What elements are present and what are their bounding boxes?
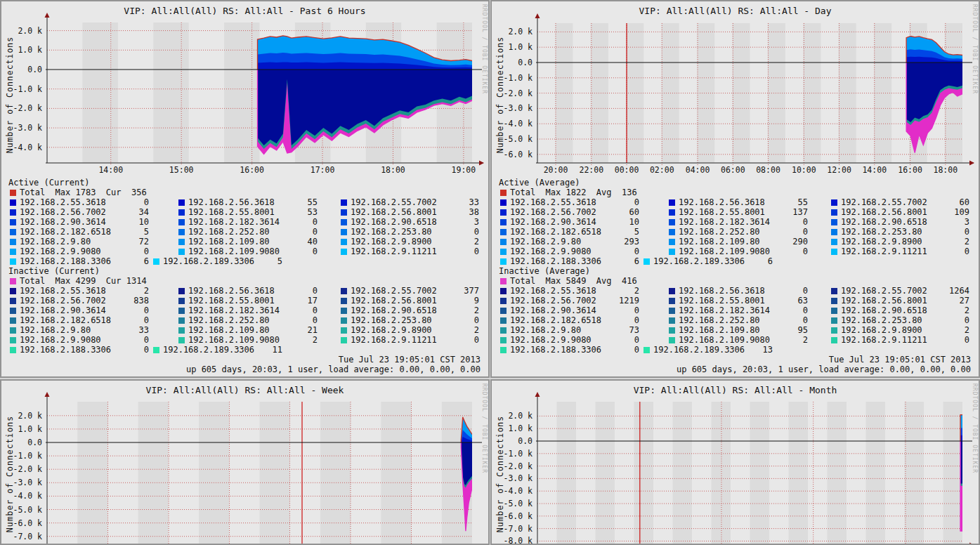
legend-entry: 192.168.2.55.7002377 — [341, 286, 479, 296]
legend-swatch-icon — [831, 219, 837, 225]
legend-entry: 192.168.2.55.800153 — [178, 207, 318, 217]
panel-past-6-hours: VIP: All:All(All) RS: All:All - Past 6 H… — [0, 0, 490, 378]
legend-entry-value: 0 — [803, 227, 808, 237]
legend-entry-ip: 192.168.2.9.8900 — [841, 325, 965, 335]
legend-entry-value: 10 — [139, 217, 149, 227]
legend-entry: 192.168.2.9.90800 — [500, 335, 639, 345]
chart-legend — [492, 381, 979, 545]
legend-entry: 192.168.2.109.80290 — [669, 237, 808, 247]
legend-swatch-icon — [500, 317, 507, 324]
legend-entry-value: 0 — [474, 335, 479, 345]
legend-swatch-icon — [669, 288, 675, 294]
legend-swatch-icon — [10, 249, 16, 255]
legend-entry-value: 5 — [634, 227, 639, 237]
legend-swatch-icon — [178, 199, 185, 206]
legend-swatch-icon — [831, 239, 837, 245]
legend-swatch-icon — [153, 258, 159, 265]
legend-timestamp: Tue Jul 23 19:05:01 CST 2013 — [496, 355, 971, 365]
legend-entry-ip: 192.168.2.9.80 — [510, 325, 629, 335]
legend-entry-ip: 192.168.2.55.7002 — [841, 286, 949, 296]
legend-entry-value: 1219 — [619, 296, 639, 306]
legend-entry-value: 293 — [624, 237, 639, 247]
legend-swatch-icon — [10, 308, 16, 314]
legend-swatch-icon — [178, 298, 185, 304]
legend-swatch-icon — [341, 199, 347, 206]
legend-entry-ip: 192.168.2.55.7002 — [841, 197, 960, 207]
legend-entry: 192.168.2.182.65185 — [10, 227, 149, 237]
legend-swatch-icon — [669, 209, 675, 216]
legend-swatch-icon — [643, 347, 650, 353]
legend-entry: 192.168.2.56.700234 — [10, 207, 149, 217]
legend-entry-ip: 192.168.2.9.8900 — [351, 325, 474, 335]
legend-entry-ip: 192.168.2.9.80 — [20, 325, 139, 335]
legend-swatch-icon — [178, 229, 185, 235]
legend-entry: 192.168.2.182.36140 — [669, 306, 808, 315]
legend-entry-value: 0 — [144, 197, 149, 207]
legend-uptime: up 605 days, 20:03, 1 user, load average… — [496, 365, 971, 374]
legend-entry-value: 0 — [965, 227, 969, 237]
legend-swatch-icon — [178, 239, 185, 245]
legend-entry: 192.168.2.253.800 — [341, 227, 479, 237]
legend-timestamp: Tue Jul 23 19:05:01 CST 2013 — [6, 355, 481, 365]
legend-entry-ip: 192.168.2.253.80 — [351, 315, 474, 325]
legend-entry-value: 0 — [144, 247, 149, 256]
legend-entry-ip: 192.168.2.55.3618 — [20, 286, 144, 296]
legend-entry-value: 6 — [768, 256, 773, 266]
legend-entry-value: 34 — [139, 207, 149, 217]
legend-entry: 192.168.2.182.36140 — [669, 217, 808, 227]
legend-entry: 192.168.2.56.700260 — [500, 207, 639, 217]
legend-entry-ip: 192.168.2.90.6518 — [841, 306, 965, 315]
legend-swatch-icon — [10, 317, 16, 324]
legend-entry: 192.168.2.109.90800 — [178, 247, 318, 256]
legend-entry: 192.168.2.182.65180 — [500, 315, 639, 325]
legend-entry: 192.168.2.90.361410 — [500, 217, 639, 227]
legend-entry-value: 33 — [139, 325, 149, 335]
legend-section-heading: Inactive (Average) — [499, 266, 590, 276]
legend-entry: 192.168.2.9.112110 — [341, 335, 479, 345]
legend-swatch-icon — [500, 327, 507, 334]
legend-entry-ip: 192.168.2.189.3306 — [163, 345, 273, 355]
legend-swatch-icon — [831, 298, 837, 304]
legend-entry: 192.168.2.252.800 — [178, 227, 318, 237]
legend-entry-ip: 192.168.2.55.8001 — [679, 207, 792, 217]
legend-entry-value: 6 — [144, 256, 149, 266]
panel-month: VIP: All:All(All) RS: All:All - Month Nu… — [490, 379, 980, 545]
legend-entry: 192.168.2.182.36140 — [178, 217, 318, 227]
legend-swatch-icon — [10, 298, 16, 304]
legend-entry: 192.168.2.56.800127 — [831, 296, 969, 306]
legend-swatch-icon — [669, 308, 675, 314]
legend-entry: 192.168.2.56.361855 — [669, 197, 808, 207]
legend-entry-value: 0 — [634, 335, 639, 345]
legend-entry: 192.168.2.55.700260 — [831, 197, 969, 207]
legend-entry-ip: 192.168.2.109.80 — [679, 237, 792, 247]
legend-swatch-icon — [341, 327, 347, 334]
legend-entry: 192.168.2.55.36182 — [500, 286, 639, 296]
legend-entry: 192.168.2.189.33065 — [153, 256, 282, 266]
legend-entry: 192.168.2.188.33066 — [10, 256, 149, 266]
legend-entry: 192.168.2.90.65182 — [831, 306, 969, 315]
legend-entry-value: 63 — [798, 296, 808, 306]
legend-swatch-icon — [153, 347, 159, 353]
legend-entry-value: 60 — [629, 207, 639, 217]
legend-entry: 192.168.2.9.90800 — [10, 335, 149, 345]
legend-entry-value: 0 — [965, 247, 969, 256]
legend-total-text: Total Max 1783 Cur 356 — [20, 188, 147, 197]
legend-entry-value: 0 — [634, 315, 639, 325]
legend-swatch-icon — [669, 327, 675, 334]
chart-legend: Active (Current)Total Max 1783 Cur 35619… — [1, 1, 488, 378]
legend-entry-value: 60 — [960, 197, 969, 207]
legend-swatch-icon — [178, 337, 185, 343]
legend-swatch-icon — [831, 337, 837, 343]
legend-entry-value: 0 — [474, 247, 479, 256]
legend-entry: 192.168.2.56.7002838 — [10, 296, 149, 306]
legend-entry-ip: 192.168.2.90.3614 — [20, 306, 144, 315]
legend-entry-value: 838 — [133, 296, 149, 306]
legend-swatch-icon — [178, 288, 185, 294]
legend-entry-value: 109 — [954, 207, 969, 217]
legend-swatch-icon — [669, 298, 675, 304]
legend-entry-value: 72 — [139, 237, 149, 247]
legend-swatch-icon — [10, 337, 16, 343]
legend-entry: 192.168.2.182.65180 — [10, 315, 149, 325]
legend-entry: 192.168.2.9.89002 — [341, 237, 479, 247]
legend-entry-ip: 192.168.2.182.6518 — [20, 227, 144, 237]
